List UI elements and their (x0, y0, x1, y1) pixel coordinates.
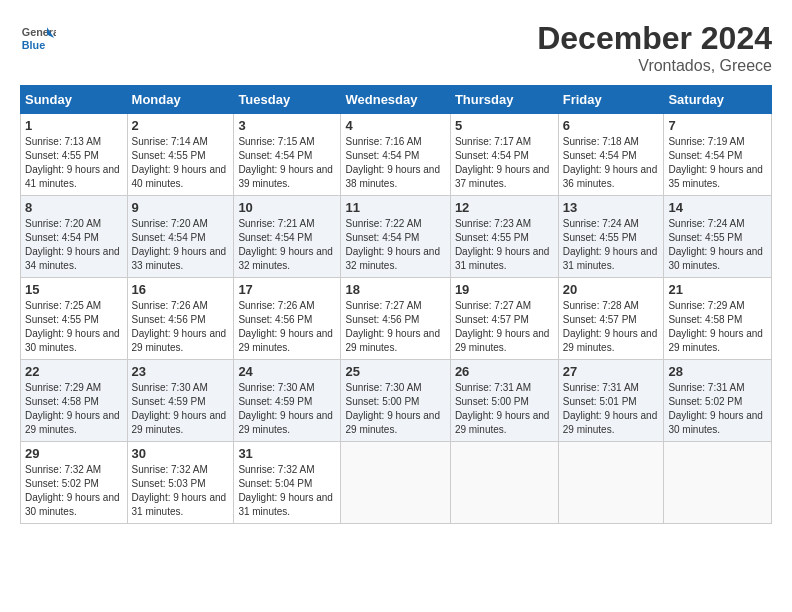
calendar-cell: 7 Sunrise: 7:19 AMSunset: 4:54 PMDayligh… (664, 114, 772, 196)
day-number: 29 (25, 446, 123, 461)
day-info: Sunrise: 7:23 AMSunset: 4:55 PMDaylight:… (455, 218, 550, 271)
svg-text:General: General (22, 26, 56, 38)
day-number: 23 (132, 364, 230, 379)
calendar-cell: 27 Sunrise: 7:31 AMSunset: 5:01 PMDaylig… (558, 360, 664, 442)
month-title: December 2024 (537, 20, 772, 57)
day-info: Sunrise: 7:28 AMSunset: 4:57 PMDaylight:… (563, 300, 658, 353)
calendar-cell: 20 Sunrise: 7:28 AMSunset: 4:57 PMDaylig… (558, 278, 664, 360)
header-row: SundayMondayTuesdayWednesdayThursdayFrid… (21, 86, 772, 114)
day-info: Sunrise: 7:27 AMSunset: 4:57 PMDaylight:… (455, 300, 550, 353)
calendar-cell: 6 Sunrise: 7:18 AMSunset: 4:54 PMDayligh… (558, 114, 664, 196)
day-info: Sunrise: 7:21 AMSunset: 4:54 PMDaylight:… (238, 218, 333, 271)
day-info: Sunrise: 7:30 AMSunset: 4:59 PMDaylight:… (132, 382, 227, 435)
calendar-table: SundayMondayTuesdayWednesdayThursdayFrid… (20, 85, 772, 524)
calendar-cell: 5 Sunrise: 7:17 AMSunset: 4:54 PMDayligh… (450, 114, 558, 196)
day-info: Sunrise: 7:26 AMSunset: 4:56 PMDaylight:… (238, 300, 333, 353)
day-number: 18 (345, 282, 445, 297)
page-header: General Blue December 2024 Vrontados, Gr… (20, 20, 772, 75)
day-info: Sunrise: 7:30 AMSunset: 4:59 PMDaylight:… (238, 382, 333, 435)
calendar-cell: 9 Sunrise: 7:20 AMSunset: 4:54 PMDayligh… (127, 196, 234, 278)
day-info: Sunrise: 7:19 AMSunset: 4:54 PMDaylight:… (668, 136, 763, 189)
calendar-cell: 10 Sunrise: 7:21 AMSunset: 4:54 PMDaylig… (234, 196, 341, 278)
calendar-cell: 4 Sunrise: 7:16 AMSunset: 4:54 PMDayligh… (341, 114, 450, 196)
week-row: 1 Sunrise: 7:13 AMSunset: 4:55 PMDayligh… (21, 114, 772, 196)
col-header-saturday: Saturday (664, 86, 772, 114)
logo-icon: General Blue (20, 20, 56, 56)
day-info: Sunrise: 7:14 AMSunset: 4:55 PMDaylight:… (132, 136, 227, 189)
day-number: 14 (668, 200, 767, 215)
day-info: Sunrise: 7:22 AMSunset: 4:54 PMDaylight:… (345, 218, 440, 271)
col-header-wednesday: Wednesday (341, 86, 450, 114)
calendar-cell: 19 Sunrise: 7:27 AMSunset: 4:57 PMDaylig… (450, 278, 558, 360)
week-row: 29 Sunrise: 7:32 AMSunset: 5:02 PMDaylig… (21, 442, 772, 524)
day-number: 6 (563, 118, 660, 133)
day-number: 31 (238, 446, 336, 461)
day-number: 12 (455, 200, 554, 215)
day-info: Sunrise: 7:13 AMSunset: 4:55 PMDaylight:… (25, 136, 120, 189)
day-number: 21 (668, 282, 767, 297)
day-info: Sunrise: 7:30 AMSunset: 5:00 PMDaylight:… (345, 382, 440, 435)
day-number: 5 (455, 118, 554, 133)
logo: General Blue (20, 20, 56, 56)
day-number: 27 (563, 364, 660, 379)
day-info: Sunrise: 7:18 AMSunset: 4:54 PMDaylight:… (563, 136, 658, 189)
day-number: 15 (25, 282, 123, 297)
day-number: 9 (132, 200, 230, 215)
calendar-cell: 18 Sunrise: 7:27 AMSunset: 4:56 PMDaylig… (341, 278, 450, 360)
day-number: 16 (132, 282, 230, 297)
calendar-cell: 15 Sunrise: 7:25 AMSunset: 4:55 PMDaylig… (21, 278, 128, 360)
calendar-cell: 31 Sunrise: 7:32 AMSunset: 5:04 PMDaylig… (234, 442, 341, 524)
day-info: Sunrise: 7:32 AMSunset: 5:04 PMDaylight:… (238, 464, 333, 517)
day-info: Sunrise: 7:26 AMSunset: 4:56 PMDaylight:… (132, 300, 227, 353)
calendar-cell: 30 Sunrise: 7:32 AMSunset: 5:03 PMDaylig… (127, 442, 234, 524)
day-info: Sunrise: 7:16 AMSunset: 4:54 PMDaylight:… (345, 136, 440, 189)
day-number: 2 (132, 118, 230, 133)
col-header-monday: Monday (127, 86, 234, 114)
col-header-tuesday: Tuesday (234, 86, 341, 114)
calendar-cell (558, 442, 664, 524)
day-info: Sunrise: 7:31 AMSunset: 5:01 PMDaylight:… (563, 382, 658, 435)
day-info: Sunrise: 7:29 AMSunset: 4:58 PMDaylight:… (25, 382, 120, 435)
calendar-cell (341, 442, 450, 524)
calendar-cell: 13 Sunrise: 7:24 AMSunset: 4:55 PMDaylig… (558, 196, 664, 278)
day-number: 1 (25, 118, 123, 133)
calendar-cell: 3 Sunrise: 7:15 AMSunset: 4:54 PMDayligh… (234, 114, 341, 196)
calendar-cell: 26 Sunrise: 7:31 AMSunset: 5:00 PMDaylig… (450, 360, 558, 442)
col-header-friday: Friday (558, 86, 664, 114)
calendar-cell: 16 Sunrise: 7:26 AMSunset: 4:56 PMDaylig… (127, 278, 234, 360)
day-number: 10 (238, 200, 336, 215)
svg-text:Blue: Blue (22, 39, 45, 51)
calendar-cell: 12 Sunrise: 7:23 AMSunset: 4:55 PMDaylig… (450, 196, 558, 278)
col-header-thursday: Thursday (450, 86, 558, 114)
day-info: Sunrise: 7:15 AMSunset: 4:54 PMDaylight:… (238, 136, 333, 189)
day-number: 25 (345, 364, 445, 379)
day-info: Sunrise: 7:32 AMSunset: 5:02 PMDaylight:… (25, 464, 120, 517)
day-info: Sunrise: 7:24 AMSunset: 4:55 PMDaylight:… (668, 218, 763, 271)
day-info: Sunrise: 7:29 AMSunset: 4:58 PMDaylight:… (668, 300, 763, 353)
day-number: 7 (668, 118, 767, 133)
day-number: 22 (25, 364, 123, 379)
calendar-cell: 25 Sunrise: 7:30 AMSunset: 5:00 PMDaylig… (341, 360, 450, 442)
calendar-cell: 24 Sunrise: 7:30 AMSunset: 4:59 PMDaylig… (234, 360, 341, 442)
day-number: 24 (238, 364, 336, 379)
day-number: 30 (132, 446, 230, 461)
col-header-sunday: Sunday (21, 86, 128, 114)
day-info: Sunrise: 7:20 AMSunset: 4:54 PMDaylight:… (25, 218, 120, 271)
day-info: Sunrise: 7:25 AMSunset: 4:55 PMDaylight:… (25, 300, 120, 353)
calendar-cell: 29 Sunrise: 7:32 AMSunset: 5:02 PMDaylig… (21, 442, 128, 524)
calendar-cell: 28 Sunrise: 7:31 AMSunset: 5:02 PMDaylig… (664, 360, 772, 442)
location-subtitle: Vrontados, Greece (537, 57, 772, 75)
day-number: 20 (563, 282, 660, 297)
week-row: 15 Sunrise: 7:25 AMSunset: 4:55 PMDaylig… (21, 278, 772, 360)
day-number: 8 (25, 200, 123, 215)
day-number: 17 (238, 282, 336, 297)
day-info: Sunrise: 7:31 AMSunset: 5:02 PMDaylight:… (668, 382, 763, 435)
day-info: Sunrise: 7:20 AMSunset: 4:54 PMDaylight:… (132, 218, 227, 271)
calendar-cell: 2 Sunrise: 7:14 AMSunset: 4:55 PMDayligh… (127, 114, 234, 196)
day-number: 11 (345, 200, 445, 215)
title-section: December 2024 Vrontados, Greece (537, 20, 772, 75)
calendar-cell: 23 Sunrise: 7:30 AMSunset: 4:59 PMDaylig… (127, 360, 234, 442)
calendar-cell: 22 Sunrise: 7:29 AMSunset: 4:58 PMDaylig… (21, 360, 128, 442)
calendar-cell: 21 Sunrise: 7:29 AMSunset: 4:58 PMDaylig… (664, 278, 772, 360)
day-number: 28 (668, 364, 767, 379)
